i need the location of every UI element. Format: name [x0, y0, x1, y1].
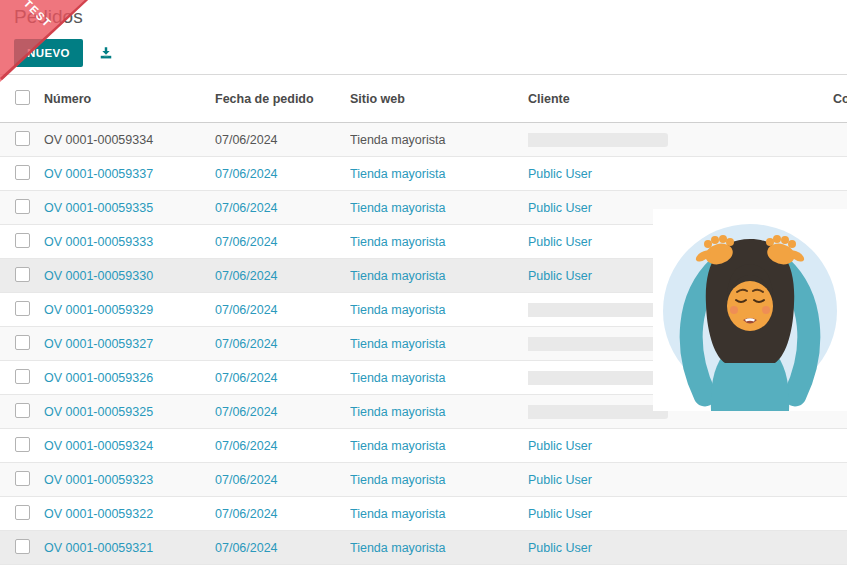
table-row[interactable]: OV 0001-00059324 07/06/2024 Tienda mayor… — [0, 429, 847, 463]
order-website[interactable]: Tienda mayorista — [350, 167, 528, 181]
order-date[interactable]: 07/06/2024 — [215, 133, 350, 147]
order-website[interactable]: Tienda mayorista — [350, 303, 528, 317]
table-header: Número Fecha de pedido Sitio web Cliente… — [0, 75, 847, 123]
row-checkbox[interactable] — [15, 335, 30, 350]
row-checkbox[interactable] — [15, 539, 30, 554]
order-date[interactable]: 07/06/2024 — [215, 541, 350, 555]
order-date[interactable]: 07/06/2024 — [215, 371, 350, 385]
order-website[interactable]: Tienda mayorista — [350, 269, 528, 283]
order-date[interactable]: 07/06/2024 — [215, 439, 350, 453]
order-number-link[interactable]: OV 0001-00059334 — [44, 133, 215, 147]
select-all-checkbox[interactable] — [15, 90, 30, 105]
page-title: Pedidos — [14, 6, 83, 28]
row-checkbox[interactable] — [15, 165, 30, 180]
row-checkbox[interactable] — [15, 403, 30, 418]
row-checkbox[interactable] — [15, 301, 30, 316]
order-date[interactable]: 07/06/2024 — [215, 507, 350, 521]
redacted-customer — [528, 303, 668, 317]
redacted-customer — [528, 405, 668, 419]
download-icon — [99, 48, 113, 63]
order-number-link[interactable]: OV 0001-00059333 — [44, 235, 215, 249]
order-date[interactable]: 07/06/2024 — [215, 303, 350, 317]
order-date[interactable]: 07/06/2024 — [215, 201, 350, 215]
order-date[interactable]: 07/06/2024 — [215, 167, 350, 181]
order-website[interactable]: Tienda mayorista — [350, 541, 528, 555]
order-customer[interactable]: Public User — [528, 507, 833, 521]
row-checkbox[interactable] — [15, 471, 30, 486]
row-checkbox[interactable] — [15, 199, 30, 214]
order-date[interactable]: 07/06/2024 — [215, 405, 350, 419]
column-header-truncated[interactable]: Co — [833, 92, 847, 106]
redacted-customer — [528, 133, 668, 147]
column-header-numero[interactable]: Número — [44, 92, 215, 106]
table-row[interactable]: OV 0001-00059337 07/06/2024 Tienda mayor… — [0, 157, 847, 191]
table-row[interactable]: OV 0001-00059322 07/06/2024 Tienda mayor… — [0, 497, 847, 531]
order-number-link[interactable]: OV 0001-00059337 — [44, 167, 215, 181]
table-row[interactable]: OV 0001-00059334 07/06/2024 Tienda mayor… — [0, 123, 847, 157]
order-customer[interactable]: Public User — [528, 541, 833, 555]
row-checkbox[interactable] — [15, 131, 30, 146]
table-row[interactable]: OV 0001-00059323 07/06/2024 Tienda mayor… — [0, 463, 847, 497]
table-row[interactable]: OV 0001-00059321 07/06/2024 Tienda mayor… — [0, 531, 847, 565]
order-number-link[interactable]: OV 0001-00059329 — [44, 303, 215, 317]
row-checkbox[interactable] — [15, 369, 30, 384]
order-number-link[interactable]: OV 0001-00059326 — [44, 371, 215, 385]
order-website[interactable]: Tienda mayorista — [350, 405, 528, 419]
order-number-link[interactable]: OV 0001-00059324 — [44, 439, 215, 453]
frustrated-woman-illustration — [653, 209, 847, 411]
column-header-fecha[interactable]: Fecha de pedido — [215, 92, 350, 106]
toolbar: NUEVO — [14, 39, 113, 67]
order-website[interactable]: Tienda mayorista — [350, 235, 528, 249]
order-website[interactable]: Tienda mayorista — [350, 439, 528, 453]
order-number-link[interactable]: OV 0001-00059321 — [44, 541, 215, 555]
order-customer[interactable]: Public User — [528, 439, 833, 453]
order-website[interactable]: Tienda mayorista — [350, 371, 528, 385]
order-website[interactable]: Tienda mayorista — [350, 507, 528, 521]
order-number-link[interactable]: OV 0001-00059335 — [44, 201, 215, 215]
order-customer[interactable] — [528, 132, 833, 147]
order-website[interactable]: Tienda mayorista — [350, 201, 528, 215]
order-date[interactable]: 07/06/2024 — [215, 235, 350, 249]
redacted-customer — [528, 371, 668, 385]
row-checkbox[interactable] — [15, 233, 30, 248]
new-button[interactable]: NUEVO — [14, 39, 83, 67]
order-number-link[interactable]: OV 0001-00059325 — [44, 405, 215, 419]
redacted-customer — [528, 337, 668, 351]
column-header-sitio-web[interactable]: Sitio web — [350, 92, 528, 106]
order-customer[interactable]: Public User — [528, 167, 833, 181]
export-button[interactable] — [99, 46, 113, 60]
row-checkbox[interactable] — [15, 505, 30, 520]
order-number-link[interactable]: OV 0001-00059323 — [44, 473, 215, 487]
order-number-link[interactable]: OV 0001-00059322 — [44, 507, 215, 521]
order-date[interactable]: 07/06/2024 — [215, 269, 350, 283]
order-number-link[interactable]: OV 0001-00059330 — [44, 269, 215, 283]
order-website[interactable]: Tienda mayorista — [350, 337, 528, 351]
order-website[interactable]: Tienda mayorista — [350, 133, 528, 147]
order-number-link[interactable]: OV 0001-00059327 — [44, 337, 215, 351]
order-website[interactable]: Tienda mayorista — [350, 473, 528, 487]
order-date[interactable]: 07/06/2024 — [215, 337, 350, 351]
column-header-cliente[interactable]: Cliente — [528, 92, 833, 106]
row-checkbox[interactable] — [15, 267, 30, 282]
order-customer[interactable]: Public User — [528, 473, 833, 487]
order-date[interactable]: 07/06/2024 — [215, 473, 350, 487]
row-checkbox[interactable] — [15, 437, 30, 452]
